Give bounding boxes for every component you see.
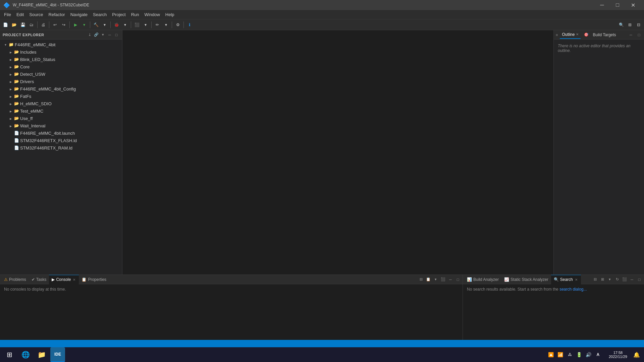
wait-folder-icon: 📂: [13, 123, 19, 128]
menu-window[interactable]: Window: [142, 10, 163, 19]
taskbar-explorer[interactable]: 📁: [34, 347, 49, 362]
tree-item-wait[interactable]: 📂 Wait_Interval: [0, 122, 122, 129]
tree-item-flash[interactable]: 📄 STM32F446RETX_FLASH.ld: [0, 137, 122, 144]
minimize-button[interactable]: ─: [594, 0, 610, 10]
tree-item-test[interactable]: 📂 Test_eMMC: [0, 107, 122, 115]
tree-item-f446config[interactable]: 📂 F446RE_eMMC_4bit_Config: [0, 85, 122, 93]
blink-label: Blink_LED_Status: [19, 57, 55, 62]
close-button[interactable]: ✕: [625, 0, 641, 10]
search-dialog-link[interactable]: search dialog...: [559, 287, 587, 292]
systray-network[interactable]: 🖧: [566, 351, 574, 359]
tree-item-fatfs[interactable]: 📂 FatFs: [0, 93, 122, 100]
panel-minimize[interactable]: ─: [107, 32, 113, 38]
menu-help[interactable]: Help: [163, 10, 177, 19]
bottom-right-action-7[interactable]: □: [636, 276, 643, 283]
taskbar-edge[interactable]: 🌐: [18, 347, 33, 362]
tree-item-blink[interactable]: 📂 Blink_LED_Status: [0, 56, 122, 63]
bottom-right-action-2[interactable]: ⊞: [599, 276, 606, 283]
toolbar-save-all[interactable]: 🗂: [28, 21, 36, 29]
search-tab-close[interactable]: ✕: [574, 278, 578, 282]
toolbar-run-dropdown[interactable]: ▾: [80, 21, 88, 29]
toolbar-search-global[interactable]: 🔍: [617, 21, 625, 29]
tab-tasks[interactable]: ✔ Tasks: [29, 275, 49, 284]
tree-item-detect[interactable]: 📂 Detect_USW: [0, 70, 122, 78]
f446config-expand-icon: [8, 86, 13, 92]
menu-search[interactable]: Search: [90, 10, 109, 19]
toolbar-maximize[interactable]: ⊞: [626, 21, 634, 29]
taskbar-notification[interactable]: 🔔: [631, 349, 642, 360]
menu-refactor[interactable]: Refactor: [46, 10, 68, 19]
static-stack-icon: 📈: [504, 277, 509, 282]
tab-problems[interactable]: ⚠ Problems: [1, 275, 29, 284]
toolbar-stop[interactable]: ⬛: [133, 21, 141, 29]
tab-build-targets[interactable]: Build Targets: [591, 31, 618, 39]
systray-wifi[interactable]: 📶: [556, 351, 565, 359]
toolbar-new[interactable]: 📄: [1, 21, 9, 29]
menu-navigate[interactable]: Navigate: [68, 10, 90, 19]
toolbar-sketch[interactable]: ✏: [153, 21, 161, 29]
bottom-right-action-4[interactable]: ↻: [614, 276, 621, 283]
panel-view-menu[interactable]: ▾: [100, 32, 106, 38]
tree-item-includes[interactable]: 📂 Includes: [0, 48, 122, 56]
toolbar-debug-dropdown[interactable]: ▾: [121, 21, 129, 29]
outline-tab-close[interactable]: ✕: [576, 33, 579, 36]
panel-link-with-editor[interactable]: 🔗: [93, 32, 99, 38]
systray-chevron[interactable]: 🔼: [547, 351, 555, 359]
start-button[interactable]: ⊞: [2, 347, 17, 362]
toolbar-info[interactable]: ℹ: [185, 21, 194, 29]
menu-project[interactable]: Project: [109, 10, 128, 19]
tab-console[interactable]: ▶ Console ✕: [49, 275, 79, 284]
tree-item-useff[interactable]: 📂 Use_ff: [0, 115, 122, 122]
tree-item-drivers[interactable]: 📂 Drivers: [0, 78, 122, 85]
toolbar-run[interactable]: ▶: [71, 21, 79, 29]
panel-collapse-all[interactable]: ⤓: [87, 32, 93, 38]
app-icon: 🔷: [3, 2, 10, 8]
taskbar-clock[interactable]: 17:58 2022/11/29: [606, 351, 630, 359]
toolbar-undo[interactable]: ↩: [51, 21, 59, 29]
toolbar-settings[interactable]: ⚙: [174, 21, 182, 29]
bottom-left-action-3[interactable]: ▾: [432, 276, 439, 283]
toolbar-save[interactable]: 💾: [19, 21, 27, 29]
taskbar-ide[interactable]: IDE: [50, 347, 65, 362]
tree-item-hemmc[interactable]: 📂 H_eMMC_SDIO: [0, 100, 122, 107]
toolbar-minimize-view[interactable]: ⊟: [635, 21, 643, 29]
toolbar-redo[interactable]: ↪: [60, 21, 68, 29]
toolbar-print[interactable]: 🖨: [39, 21, 47, 29]
bottom-right-action-1[interactable]: ⊟: [592, 276, 598, 283]
bottom-right-action-5[interactable]: ⬛: [621, 276, 628, 283]
toolbar-sketch-dropdown[interactable]: ▾: [162, 21, 170, 29]
tree-root[interactable]: 📁 F446RE_eMMC_4bit: [0, 41, 122, 48]
tab-outline[interactable]: Outline ✕: [560, 31, 581, 39]
bottom-right-action-3[interactable]: ▾: [606, 276, 613, 283]
console-tab-close[interactable]: ✕: [72, 278, 76, 282]
right-panel-minimize[interactable]: ─: [628, 32, 634, 38]
bottom-left-action-5[interactable]: ─: [447, 276, 454, 283]
bottom-left-action-6[interactable]: □: [454, 276, 461, 283]
menu-source[interactable]: Source: [26, 10, 46, 19]
tab-properties[interactable]: 📋 Properties: [79, 275, 109, 284]
bottom-left-action-4[interactable]: ⬛: [440, 276, 446, 283]
tree-item-ram[interactable]: 📄 STM32F446RETX_RAM.ld: [0, 144, 122, 152]
systray-language[interactable]: A: [594, 351, 602, 359]
toolbar-open[interactable]: 📂: [10, 21, 18, 29]
toolbar-debug[interactable]: 🐞: [112, 21, 120, 29]
right-panel-maximize[interactable]: □: [636, 32, 642, 38]
systray-battery[interactable]: 🔋: [575, 351, 583, 359]
toolbar-build-dropdown[interactable]: ▾: [101, 21, 109, 29]
bottom-right-action-6[interactable]: ─: [629, 276, 635, 283]
menu-run[interactable]: Run: [128, 10, 142, 19]
bottom-left-action-2[interactable]: 📋: [425, 276, 432, 283]
tab-search[interactable]: 🔍 Search ✕: [551, 275, 581, 284]
panel-maximize[interactable]: □: [113, 32, 119, 38]
tab-build-analyzer[interactable]: 📊 Build Analyzer: [464, 275, 501, 284]
systray-volume[interactable]: 🔊: [585, 351, 593, 359]
tree-item-core[interactable]: 📂 Core: [0, 63, 122, 70]
menu-file[interactable]: File: [1, 10, 14, 19]
menu-edit[interactable]: Edit: [14, 10, 26, 19]
tree-item-launch[interactable]: 📄 F446RE_eMMC_4bit.launch: [0, 129, 122, 137]
toolbar-stop-dropdown[interactable]: ▾: [142, 21, 150, 29]
maximize-button[interactable]: □: [610, 0, 625, 10]
bottom-left-action-1[interactable]: ⊟: [418, 276, 424, 283]
toolbar-build[interactable]: 🔨: [92, 21, 100, 29]
tab-static-stack[interactable]: 📈 Static Stack Analyzer: [501, 275, 551, 284]
